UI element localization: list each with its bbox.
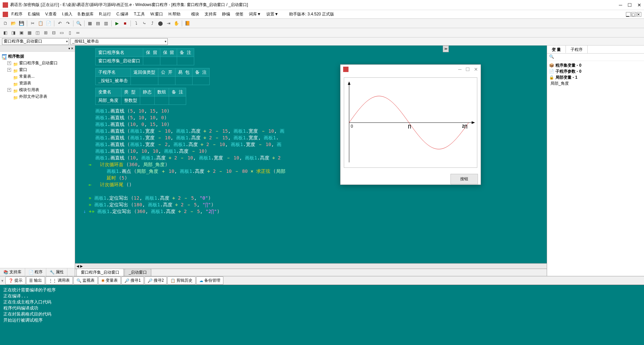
tb2-btn10[interactable]: ═ [74,29,81,36]
book-button[interactable]: 📙 [184,20,191,27]
btab-hints[interactable]: ❓提示 [5,276,25,285]
tree-node[interactable]: +📁模块引用表 [2,86,73,93]
cursor-run-button[interactable]: ⇥ [165,20,172,27]
menu-tools[interactable]: T.工具 [132,11,147,18]
code-line[interactable]: » 画板1.定位写出 (12, 画板1.高度 ÷ 2 － 5, "0") [95,195,533,201]
maximize-button[interactable]: ☐ [628,2,632,8]
mdi-restore-button[interactable]: ▢ [631,12,636,17]
breakpoint-button[interactable]: ⬤ [157,20,164,27]
find-button[interactable]: 🔍 [75,20,82,27]
menu-support-lib[interactable]: 支持库 [203,11,219,18]
run-window-button[interactable]: 按钮 [450,174,478,184]
btab-search1[interactable]: 🔎搜寻1 [121,276,144,285]
redo-button[interactable]: ↷ [64,20,71,27]
tree-node[interactable]: 📁资源表 [2,80,73,86]
btab-search2[interactable]: 🔎搜寻2 [145,276,167,285]
menu-compile[interactable]: C.编译 [114,11,130,18]
open-button[interactable]: 📂 [10,20,17,27]
menu-run[interactable]: R.运行 [97,11,113,18]
menu-logo-icon [3,12,8,17]
menu-program[interactable]: F.程序 [9,11,24,18]
menu-window[interactable]: W.窗口 [148,11,165,18]
layout2-button[interactable]: ▤ [95,20,101,27]
subroutine-combo[interactable]: _按钮1_被单击 [70,38,168,45]
menu-static-compile[interactable]: 静编 [220,11,232,18]
run-close-button[interactable]: ✕ [474,67,478,72]
close-button[interactable]: ✕ [637,2,641,8]
save-button[interactable]: 💾 [18,20,25,27]
tb2-btn4[interactable]: ▦ [26,29,33,36]
minimize-button[interactable]: ─ [619,2,622,8]
run-maximize-button[interactable]: ☐ [466,67,470,72]
new-button[interactable]: 🗋 [2,20,9,27]
rp-tab-variables[interactable]: 变 量 [547,46,566,53]
tree-node[interactable]: +📁窗口 [2,66,73,73]
menu-database[interactable]: B.数据库 [76,11,96,18]
run-button[interactable]: ▶ [114,20,120,27]
left-panel-header: ▾ ✕ [0,46,75,52]
menu-dictionary[interactable]: 词库▼ [247,11,263,18]
mdi-close-button[interactable]: ✕ [637,12,641,17]
btab-calltable[interactable]: ⋮⋮调用表 [46,276,73,285]
btab-cliphistory[interactable]: 📋剪辑历史 [167,276,196,285]
subroutine-combo-value: _按钮1_被单击 [72,39,99,44]
rp-tree-item[interactable]: 📦程序集变量 - 0 [549,62,642,68]
tree-node[interactable]: +📁窗口程序集_启动窗口 [2,60,73,66]
tb2-btn8[interactable]: ▭ [58,29,65,36]
output-panel[interactable]: 正在统计需要编译的子程序正在编译...正在生成主程序入口代码程序代码编译成功正在… [0,285,644,345]
run-minimize-button[interactable]: ─ [458,67,462,72]
menu-sticky[interactable]: 便签 [233,11,246,18]
copy-button[interactable]: 📋 [37,20,44,27]
right-panel-toggle[interactable]: ≫ [443,46,449,52]
code-line[interactable] [95,188,533,195]
tree-node[interactable]: 📁外部文件记录表 [2,93,73,100]
menu-help[interactable]: H.帮助 [166,11,182,18]
tree-node[interactable]: 📁常量表... [2,73,73,80]
mdi-minimize-button[interactable]: ▁ [626,12,631,17]
code-line[interactable]: » 画板1.定位写出 (180, 画板1.高度 ÷ 2 － 5, "∏") [95,201,533,208]
layout3-button[interactable]: ▥ [103,20,109,27]
code-tab-window[interactable]: _启动窗口 [124,269,152,276]
tb2-btn9[interactable]: ▯ [66,29,73,36]
run-window-titlebar[interactable]: ─ ☐ ✕ [340,65,481,74]
tb2-btn5[interactable]: ◫ [34,29,41,36]
code-line[interactable]: ↓ +» 画板1.定位写出 (360, 画板1.高度 ÷ 2 － 5, "2∏"… [95,208,533,215]
btab-backup[interactable]: ☁备份管理 [196,276,223,285]
panel-close-icon[interactable]: ✕ [71,47,73,50]
bottom-tabs-toggle[interactable]: ▾ [1,278,3,283]
panel-pin-icon[interactable]: ▾ [68,47,70,50]
menu-settings[interactable]: 设置▼ [264,11,280,18]
btab-watch[interactable]: 🔍监视表 [73,276,98,285]
rp-tree-item[interactable]: 局部_角度 [549,80,642,86]
rp-tree-item[interactable]: 📄子程序参数 - 0 [549,68,642,74]
btab-vars[interactable]: ✱变量表 [98,276,121,285]
step-into-button[interactable]: ⤷ [141,20,148,27]
left-tab-properties[interactable]: 🔧属性 [46,268,67,276]
layout1-button[interactable]: ▦ [87,20,93,27]
rp-tab-subroutines[interactable]: 子程序 [566,46,588,53]
cut-button[interactable]: ✂ [29,20,36,27]
rp-search-input[interactable] [549,54,642,59]
hand-button[interactable]: ✋ [173,20,180,27]
editor-hscroll[interactable]: ◀ ▶ [75,263,547,269]
menu-edit[interactable]: E.编辑 [26,11,42,18]
tb2-btn2[interactable]: ◨ [10,29,17,36]
rp-tree-item[interactable]: 🔒局部变量 - 1 [549,74,642,80]
tb2-btn7[interactable]: ⊟ [50,29,57,36]
btab-output[interactable]: ☰输出 [26,276,45,285]
menu-module[interactable]: 模块 [189,11,201,18]
menu-insert[interactable]: I.插入 [60,11,74,18]
tb2-btn3[interactable]: ▣ [18,29,25,36]
paste-button[interactable]: 📄 [45,20,52,27]
menu-view[interactable]: V.查看 [43,11,59,18]
tb2-btn6[interactable]: ⊞ [42,29,49,36]
stop-button[interactable]: ■ [122,20,128,27]
code-tab-programset[interactable]: 窗口程序集_启动窗口 [76,269,124,276]
tb2-btn1[interactable]: ◧ [2,29,9,36]
step-over-button[interactable]: ⤵ [133,20,140,27]
left-tab-support[interactable]: 📚支持库 [0,268,25,276]
left-tab-program[interactable]: 📄程序 [25,268,46,276]
step-out-button[interactable]: ⤴ [149,20,156,27]
undo-button[interactable]: ↶ [56,20,63,27]
programset-combo[interactable]: 窗口程序集_启动窗口 [2,38,69,45]
